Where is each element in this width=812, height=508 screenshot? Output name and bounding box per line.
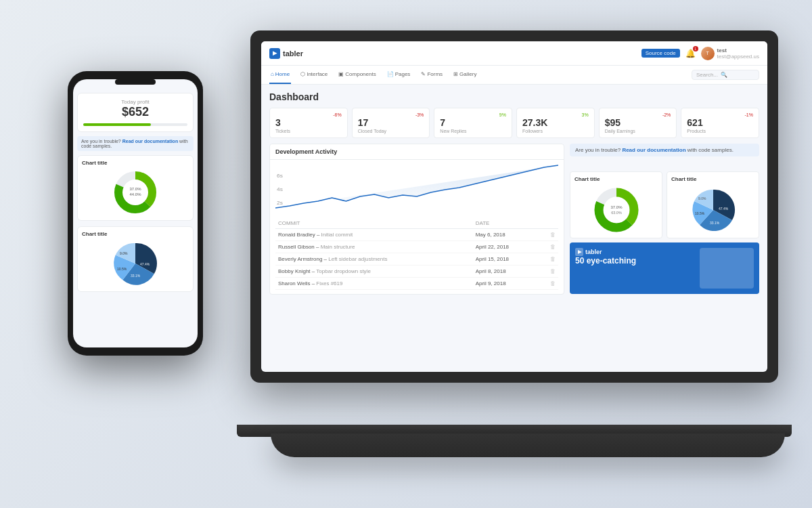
svg-text:2s: 2s bbox=[277, 200, 283, 206]
chart2-title: Chart title bbox=[671, 176, 754, 182]
left-column: Development Activity bbox=[269, 144, 564, 299]
phone-device: Today profit $652 Are you in trouble? Re… bbox=[68, 71, 203, 356]
chart1-title: Chart title bbox=[574, 176, 658, 182]
phone-profit-card: Today profit $652 bbox=[77, 93, 194, 132]
nav-search[interactable]: Search... 🔍 bbox=[692, 70, 759, 80]
scene: Today profit $652 Are you in trouble? Re… bbox=[34, 17, 778, 491]
svg-text:10.5%: 10.5% bbox=[695, 211, 705, 215]
phone-alert: Are you in trouble? Read our documentati… bbox=[77, 136, 194, 151]
activity-chart: 6s 4s 2s bbox=[275, 164, 558, 218]
stat-closed-label: Closed Today bbox=[358, 129, 424, 133]
commit-action[interactable]: 🗑 bbox=[539, 253, 558, 265]
main-grid: Development Activity bbox=[269, 144, 759, 299]
commit-date: April 22, 2018 bbox=[473, 240, 540, 253]
commit-action[interactable]: 🗑 bbox=[539, 277, 558, 289]
right-alert: Are you in trouble? Read our documentati… bbox=[570, 144, 759, 156]
app-header: ▶ tabler Source code 🔔 1 T bbox=[261, 41, 767, 66]
nav-components[interactable]: ▣ Components bbox=[337, 66, 377, 84]
nav-interface[interactable]: ⬡ Interface bbox=[299, 66, 329, 84]
phone-screen: Today profit $652 Are you in trouble? Re… bbox=[73, 79, 198, 347]
phone-progress-fill bbox=[83, 123, 151, 126]
user-email: test@appseed.us bbox=[717, 54, 759, 60]
phone-profit-value: $652 bbox=[83, 105, 187, 119]
logo-text: tabler bbox=[283, 49, 303, 58]
nav-home[interactable]: ⌂ Home bbox=[269, 66, 291, 84]
user-name: test bbox=[717, 47, 759, 54]
svg-text:37.0%: 37.0% bbox=[610, 205, 623, 209]
phone-chart1-card: Chart title 37.0% 44.0% bbox=[77, 155, 194, 221]
stat-followers-value: 27.3K bbox=[522, 117, 589, 129]
phone-chart2-title: Chart title bbox=[82, 231, 189, 237]
col-commit: COMMIT bbox=[275, 218, 473, 229]
stat-products: -1% 621 Products bbox=[681, 108, 759, 138]
laptop-foot bbox=[271, 433, 785, 457]
stat-closed-change: -3% bbox=[358, 112, 424, 117]
promo-title: 50 eye-catching bbox=[575, 256, 696, 267]
svg-text:33.1%: 33.1% bbox=[131, 274, 141, 278]
stat-earnings-label: Daily Earnings bbox=[605, 129, 671, 133]
tabler-app: ▶ tabler Source code 🔔 1 T bbox=[261, 41, 767, 372]
svg-text:9.0%: 9.0% bbox=[698, 196, 706, 200]
table-row: Sharon Wells – Fixes #619 April 9, 2018 … bbox=[275, 277, 558, 289]
source-code-button[interactable]: Source code bbox=[641, 49, 680, 58]
stat-earnings-value: $95 bbox=[605, 117, 671, 129]
commit-action[interactable]: 🗑 bbox=[539, 265, 558, 277]
stat-products-label: Products bbox=[687, 129, 753, 133]
table-row: Ronald Bradley – Initial commit May 6, 2… bbox=[275, 228, 558, 240]
svg-text:9.0%: 9.0% bbox=[120, 251, 128, 255]
svg-text:63.0%: 63.0% bbox=[611, 211, 622, 215]
right-column: Are you in trouble? Read our documentati… bbox=[570, 144, 759, 299]
stat-closed-value: 17 bbox=[358, 117, 424, 129]
stat-replies: 9% 7 New Replies bbox=[434, 108, 512, 138]
page-title: Dashboard bbox=[269, 91, 759, 102]
charts-grid: Chart title bbox=[570, 171, 759, 238]
commit-author: Beverly Armstrong – Left sidebar adjustm… bbox=[275, 253, 473, 265]
nav-forms[interactable]: ✎ Forms bbox=[420, 66, 444, 84]
logo-icon: ▶ bbox=[269, 48, 280, 59]
promo-logo: ▶ tabler bbox=[575, 248, 696, 256]
svg-text:47.4%: 47.4% bbox=[719, 207, 729, 211]
phone-donut1: 37.0% 44.0% bbox=[112, 169, 159, 216]
table-row: Russell Gibson – Main structure April 22… bbox=[275, 240, 558, 253]
phone-chart2-card: Chart title 47.4% bbox=[77, 226, 194, 292]
col-date: DATE bbox=[473, 218, 540, 229]
nav-gallery[interactable]: ⊞ Gallery bbox=[452, 66, 478, 84]
nav-pages[interactable]: 📄 Pages bbox=[386, 66, 412, 84]
stat-tickets-label: Tickets bbox=[275, 129, 342, 133]
activity-card-body: 6s 4s 2s bbox=[270, 160, 564, 294]
commit-action[interactable]: 🗑 bbox=[539, 228, 558, 240]
phone-donut2: 47.4% 33.1% 10.5% 9.0% bbox=[112, 240, 159, 287]
phone-chart1-title: Chart title bbox=[82, 160, 189, 166]
chart2-donut-container: 47.4% 33.1% 10.5% 9.0% bbox=[671, 186, 754, 234]
svg-text:4s: 4s bbox=[277, 186, 283, 192]
svg-text:6s: 6s bbox=[277, 173, 283, 179]
laptop-device: ▶ tabler Source code 🔔 1 T bbox=[250, 30, 778, 478]
col-action bbox=[539, 218, 558, 229]
phone-ui: Today profit $652 Are you in trouble? Re… bbox=[73, 79, 198, 347]
stat-tickets-value: 3 bbox=[275, 117, 342, 129]
user-profile[interactable]: T test test@appseed.us bbox=[701, 47, 759, 60]
stat-followers-label: Followers bbox=[522, 129, 589, 133]
header-right: Source code 🔔 1 T test test@appseed.us bbox=[641, 47, 759, 60]
commit-action[interactable]: 🗑 bbox=[539, 240, 558, 253]
commit-author: Sharon Wells – Fixes #619 bbox=[275, 277, 473, 289]
commit-author: Russell Gibson – Main structure bbox=[275, 240, 473, 253]
chart1-donut-container: 37.0% 63.0% bbox=[574, 186, 658, 234]
avatar: T bbox=[701, 47, 715, 60]
commit-author: Bobby Knight – Topbar dropdown style bbox=[275, 265, 473, 277]
chart2-card: Chart title bbox=[667, 171, 759, 238]
stat-followers: 3% 27.3K Followers bbox=[516, 108, 595, 138]
commit-date: April 15, 2018 bbox=[473, 253, 540, 265]
phone-notch bbox=[115, 79, 156, 85]
bell-icon[interactable]: 🔔 1 bbox=[685, 49, 696, 58]
stat-replies-label: New Replies bbox=[440, 129, 506, 133]
promo-card: ▶ tabler 50 eye-catching bbox=[570, 242, 759, 294]
activity-card-header: Development Activity bbox=[270, 144, 564, 160]
activity-card: Development Activity bbox=[269, 144, 564, 295]
stat-tickets: -6% 3 Tickets bbox=[269, 108, 348, 138]
stat-replies-change: 9% bbox=[440, 112, 506, 117]
search-placeholder: Search... bbox=[696, 72, 718, 78]
chart1-card: Chart title bbox=[570, 171, 662, 238]
phone-progress-bar bbox=[83, 123, 187, 126]
stat-closed: -3% 17 Closed Today bbox=[352, 108, 430, 138]
